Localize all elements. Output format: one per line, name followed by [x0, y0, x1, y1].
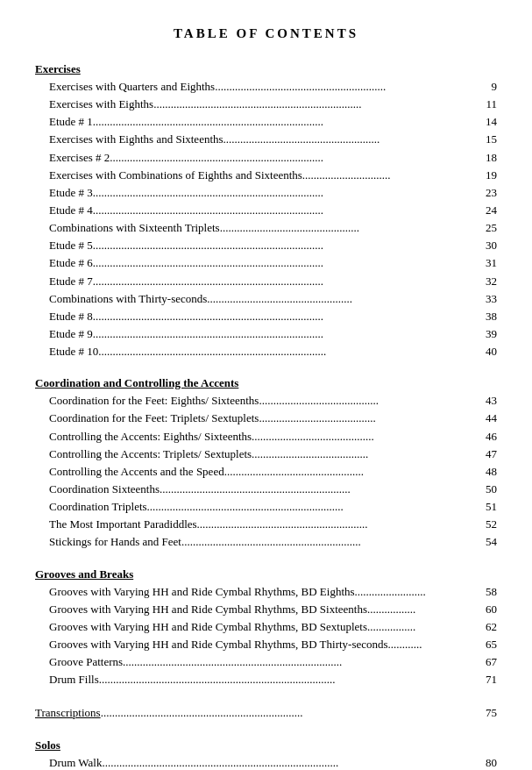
toc-entry: Etude # 10..............................…: [35, 343, 497, 360]
entry-title: Coordination for the Feet: Triplets/ Sex…: [49, 410, 472, 427]
toc-entry: Etude # 7...............................…: [35, 273, 497, 290]
entry-page: 50: [472, 481, 497, 498]
entry-title: Drum Fills..............................…: [49, 671, 472, 688]
entry-page: 24: [472, 202, 497, 219]
entry-page: 38: [472, 308, 497, 325]
entry-title: Controlling the Accents and the Speed...…: [49, 463, 472, 481]
entry-page: 43: [472, 392, 497, 410]
page-title: TABLE OF CONTENTS: [35, 26, 497, 41]
toc-entry: Combinations with Sixteenth Triplets....…: [35, 219, 497, 237]
toc-entry: Grooves with Varying HH and Ride Cymbal …: [35, 583, 497, 601]
entry-page: 39: [472, 325, 497, 343]
entry-title: Etude # 10..............................…: [49, 343, 472, 360]
toc-entry: Etude # 1...............................…: [35, 113, 497, 131]
toc-section-transcriptions: Transcriptions..........................…: [35, 704, 497, 722]
toc-entry: Etude # 6...............................…: [35, 254, 497, 272]
toc-entry: Etude # 3...............................…: [35, 184, 497, 202]
toc-entry: Coordination Triplets...................…: [35, 498, 497, 516]
entry-title: Exercises with Eighths..................…: [49, 96, 472, 113]
entry-page: 60: [472, 601, 497, 618]
toc-entry: Stickings for Hands and Feet............…: [35, 533, 497, 551]
entry-page: 9: [472, 78, 497, 96]
entry-title: Etude # 9...............................…: [49, 325, 472, 343]
toc-entry: Coordination for the Feet: Eighths/ Sixt…: [35, 392, 497, 410]
entry-title: Coordination Sixteenths.................…: [49, 481, 472, 498]
entry-page: 32: [472, 273, 497, 290]
entry-title: Exercises # 2...........................…: [49, 149, 472, 167]
toc-entry: Drum Walk...............................…: [35, 754, 497, 771]
entry-title: Etude # 4...............................…: [49, 202, 472, 219]
entry-title: Etude # 3...............................…: [49, 184, 472, 202]
entry-page: 18: [472, 149, 497, 167]
toc-entry: Exercises with Quarters and Eighths.....…: [35, 78, 497, 96]
toc-entry: Transcriptions..........................…: [35, 704, 497, 722]
toc-entry: Etude # 4...............................…: [35, 202, 497, 219]
entry-title: Exercises with Quarters and Eighths.....…: [49, 78, 472, 96]
toc-entry: Controlling the Accents and the Speed...…: [35, 463, 497, 481]
entry-page: 51: [472, 498, 497, 516]
toc-entry: Grooves with Varying HH and Ride Cymbal …: [35, 601, 497, 618]
entry-title: Transcriptions..........................…: [35, 704, 472, 722]
entry-title: Exercises with Combinations of Eighths a…: [49, 167, 472, 184]
toc-entry: Exercises with Eighths..................…: [35, 96, 497, 113]
entry-title: Etude # 1...............................…: [49, 113, 472, 131]
entry-page: 40: [472, 343, 497, 360]
toc-entry: Grooves with Varying HH and Ride Cymbal …: [35, 636, 497, 653]
entry-page: 31: [472, 254, 497, 272]
toc-entry: Coordination Sixteenths.................…: [35, 481, 497, 498]
entry-title: Grooves with Varying HH and Ride Cymbal …: [49, 601, 472, 618]
toc-section-grooves: Grooves and BreaksGrooves with Varying H…: [35, 567, 497, 689]
toc-section-exercises: ExercisesExercises with Quarters and Eig…: [35, 62, 497, 360]
section-header-coordination: Coordination and Controlling the Accents: [35, 376, 497, 390]
entry-title: Combinations with Thirty-seconds........…: [49, 290, 472, 308]
toc-entry: Exercises with Combinations of Eighths a…: [35, 167, 497, 184]
toc-entry: Exercises with Eighths and Sixteenths...…: [35, 131, 497, 148]
entry-title: Etude # 6...............................…: [49, 254, 472, 272]
toc-container: ExercisesExercises with Quarters and Eig…: [35, 62, 497, 770]
toc-entry: Groove Patterns.........................…: [35, 653, 497, 671]
toc-entry: Controlling the Accents: Eighths/ Sixtee…: [35, 428, 497, 446]
entry-page: 80: [472, 754, 497, 771]
entry-page: 15: [472, 131, 497, 148]
toc-entry: Controlling the Accents: Triplets/ Sextu…: [35, 446, 497, 463]
section-header-solos: Solos: [35, 738, 497, 752]
entry-page: 75: [472, 704, 497, 722]
entry-title: Grooves with Varying HH and Ride Cymbal …: [49, 618, 472, 636]
toc-section-coordination: Coordination and Controlling the Accents…: [35, 376, 497, 551]
entry-page: 54: [472, 533, 497, 551]
entry-title: Grooves with Varying HH and Ride Cymbal …: [49, 583, 472, 601]
toc-entry: Drum Fills..............................…: [35, 671, 497, 688]
toc-entry: Etude # 8...............................…: [35, 308, 497, 325]
entry-title: Controlling the Accents: Triplets/ Sextu…: [49, 446, 472, 463]
entry-title: Combinations with Sixteenth Triplets....…: [49, 219, 472, 237]
entry-title: Groove Patterns.........................…: [49, 653, 472, 671]
entry-page: 47: [472, 446, 497, 463]
entry-page: 65: [472, 636, 497, 653]
entry-title: Controlling the Accents: Eighths/ Sixtee…: [49, 428, 472, 446]
entry-page: 23: [472, 184, 497, 202]
entry-page: 58: [472, 583, 497, 601]
section-header-exercises: Exercises: [35, 62, 497, 76]
toc-entry: Etude # 5...............................…: [35, 237, 497, 254]
entry-page: 62: [472, 618, 497, 636]
entry-title: Coordination Triplets...................…: [49, 498, 472, 516]
entry-title: Drum Walk...............................…: [49, 754, 472, 771]
section-header-grooves: Grooves and Breaks: [35, 567, 497, 581]
entry-title: Grooves with Varying HH and Ride Cymbal …: [49, 636, 472, 653]
entry-page: 14: [472, 113, 497, 131]
entry-page: 46: [472, 428, 497, 446]
entry-page: 33: [472, 290, 497, 308]
entry-page: 11: [472, 96, 497, 113]
entry-page: 30: [472, 237, 497, 254]
toc-entry: Grooves with Varying HH and Ride Cymbal …: [35, 618, 497, 636]
toc-entry: Combinations with Thirty-seconds........…: [35, 290, 497, 308]
toc-entry: Coordination for the Feet: Triplets/ Sex…: [35, 410, 497, 427]
entry-page: 52: [472, 516, 497, 533]
entry-title: Etude # 7...............................…: [49, 273, 472, 290]
entry-title: Etude # 8...............................…: [49, 308, 472, 325]
entry-title: Exercises with Eighths and Sixteenths...…: [49, 131, 472, 148]
entry-page: 25: [472, 219, 497, 237]
toc-entry: The Most Important Paradiddles..........…: [35, 516, 497, 533]
entry-title: Stickings for Hands and Feet............…: [49, 533, 472, 551]
entry-title: The Most Important Paradiddles..........…: [49, 516, 472, 533]
